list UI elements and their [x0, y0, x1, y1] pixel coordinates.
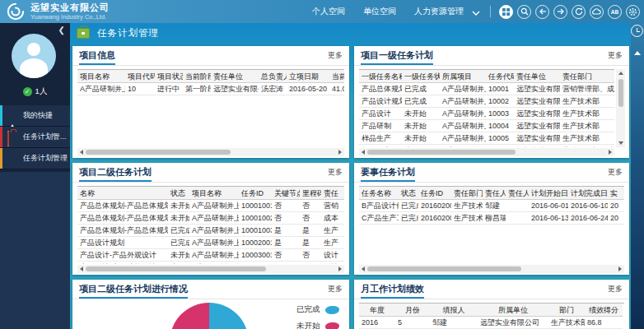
sidebar-item-my-shortcuts[interactable]: 我的快捷 [0, 105, 70, 127]
table-row[interactable]: 样品生产未开始A产品研制并上市10005远望实业有限公司生产技术部 [359, 132, 614, 145]
table-row[interactable]: 产品设计-产品功能设计未开始A产品研制并上市10003002是是设计 [77, 262, 344, 265]
pie-chart[interactable] [170, 303, 249, 329]
table-row[interactable]: 产品设计未开始A产品研制并上市10003远望实业有限公司生产技术部 [359, 108, 614, 120]
table-cell: 远望实业有限公司 [514, 108, 560, 120]
table-cell: 否 [272, 200, 300, 212]
column-header[interactable]: 状态 [399, 187, 418, 200]
table-cell: 是 [272, 225, 300, 237]
more-link[interactable]: 更多 [328, 167, 343, 182]
arrow-right-icon[interactable] [553, 5, 567, 19]
scroll-up-icon[interactable] [634, 51, 641, 55]
table-cell: 20 [608, 212, 624, 225]
horizontal-scrollbar[interactable] [359, 148, 614, 156]
nav-personal-space[interactable]: 个人空间 [312, 6, 345, 17]
search-icon[interactable] [517, 5, 531, 19]
table-cell: 产品设计规划 [359, 95, 402, 108]
page-scroll-strip[interactable] [631, 23, 644, 329]
more-link[interactable]: 更多 [328, 50, 343, 65]
column-header[interactable]: 总负责人 [259, 70, 287, 83]
column-header[interactable]: 任务ID [418, 187, 451, 200]
column-header[interactable]: 一级任务状态 [402, 70, 440, 83]
column-header[interactable]: 责任人1 [483, 187, 506, 200]
sidebar-item-task-plan-mgmt-2[interactable]: 任务计划管理 [0, 148, 70, 169]
column-header[interactable]: 所属项目 [440, 70, 486, 83]
sidebar-item-task-plan-mgmt-1[interactable]: 任务计划管... [0, 127, 70, 148]
column-header[interactable]: 项目状态 [155, 70, 183, 83]
vertical-scrollbar[interactable] [616, 69, 625, 147]
column-header[interactable]: 所属单位 [478, 304, 548, 317]
cloud-icon[interactable] [590, 5, 604, 19]
column-header[interactable]: 立项日期 [287, 70, 329, 83]
column-header[interactable]: 任务ID [239, 187, 272, 200]
sidebar-collapse-icon[interactable]: ❮ [58, 26, 65, 35]
column-header[interactable]: 项目名称 [77, 70, 125, 83]
more-link[interactable]: 更多 [328, 284, 343, 299]
column-header[interactable]: 责任部门 [451, 187, 483, 200]
table-row[interactable]: 产品设计规划已完成A产品研制并上市10002001是是生产 [77, 237, 344, 249]
table-row[interactable]: 产品研制未开始A产品研制并上市10004远望实业有限公司生产技术部 [359, 120, 614, 132]
column-header[interactable]: 项目名称 [189, 187, 239, 200]
column-header[interactable]: 年度 [359, 304, 395, 317]
refresh-icon[interactable] [572, 5, 586, 19]
table-row[interactable]: A产品研制并上市10进行中第一阶段远望实业有限公司汤宏涛2016-05-2041… [77, 83, 344, 95]
column-header[interactable]: 项目代码 [125, 70, 155, 83]
column-header[interactable]: 责任人2 [506, 187, 529, 200]
horizontal-scrollbar[interactable] [77, 148, 344, 156]
legend-item-completed[interactable]: 已完成 [296, 304, 339, 315]
column-header[interactable]: 计划完成日期 [568, 187, 608, 200]
table-row[interactable]: 产品总体规划-产品总体规划技术部分及汇总已完成A产品研制并上市10001003是… [77, 225, 344, 237]
column-header[interactable]: 任务名称 [359, 187, 399, 200]
column-header[interactable]: 计划开始日期 [529, 187, 568, 200]
column-header[interactable]: 名称 [77, 187, 168, 200]
panel-title: 项目一级任务计划 [361, 50, 433, 65]
column-header[interactable]: 关键节点 [272, 187, 300, 200]
table-row[interactable]: 产品总体规划已完成A产品研制并上市10001远望实业有限公司营销管理部、成本管 [359, 83, 614, 95]
horizontal-scrollbar[interactable] [77, 265, 344, 273]
column-header[interactable]: 一级任务名称 [359, 70, 402, 83]
column-header[interactable]: 责任单位 [514, 70, 560, 83]
column-header[interactable]: 部门 [548, 304, 585, 317]
apps-grid-icon[interactable] [499, 5, 513, 19]
table-row[interactable]: 产品设计-产品外观设计未开始A产品研制并上市10003001否否设计 [77, 249, 344, 262]
table-row[interactable]: 20165邹建远望实业有限公司生产技术部86.8 [359, 317, 623, 329]
column-header[interactable]: 当前进度 [329, 70, 344, 83]
column-header[interactable]: 责任部门 [560, 70, 614, 83]
column-header[interactable]: 责任 [321, 187, 344, 200]
column-header[interactable]: 里程碑 [300, 187, 321, 200]
column-header[interactable]: 任务代码 [486, 70, 514, 83]
table-cell: 未开始 [168, 262, 189, 265]
column-header[interactable]: 月份 [395, 304, 430, 317]
horizontal-scrollbar[interactable] [359, 265, 624, 273]
mountain-icon [7, 110, 18, 121]
ab-badge-icon[interactable]: AB [608, 5, 622, 19]
table-cell: 否 [300, 200, 321, 212]
nav-hr-management[interactable]: 人力资源管理 [414, 6, 464, 17]
column-header[interactable]: 绩效得分 [585, 304, 623, 317]
chevron-down-icon[interactable] [472, 4, 480, 19]
table-cell: 未开始 [402, 145, 440, 148]
user-avatar[interactable] [12, 34, 56, 78]
column-header[interactable]: 责任单位 [211, 70, 259, 83]
column-header[interactable]: 实 [608, 187, 624, 200]
table-row[interactable]: 产品设计规划已完成A产品研制并上市10002远望实业有限公司生产技术部 [359, 95, 614, 108]
legend-item-not-started[interactable]: 未开始 [296, 321, 339, 329]
table-row[interactable]: 样品评审未开始A产品研制并上市10006远望实业有限公司营销管理部、成本管 [359, 145, 614, 148]
table-cell: 未开始 [402, 132, 440, 145]
table-cell: 邹建 [430, 317, 478, 329]
nav-unit-space[interactable]: 单位空间 [363, 6, 396, 17]
table-row[interactable]: C产品生产工艺优化已完成201602002生产技术部柳昌瑞2016-06-132… [359, 212, 624, 225]
clock-icon[interactable] [631, 25, 643, 37]
more-link[interactable]: 更多 [608, 50, 623, 65]
table-row[interactable]: B产品设计修改已完成201602001生产技术部邹建2016-06-012016… [359, 200, 624, 212]
arrow-left-icon[interactable] [535, 5, 549, 19]
column-header[interactable]: 状态 [168, 187, 189, 200]
more-link[interactable]: 更多 [608, 167, 623, 182]
table-cell: 样品评审 [359, 145, 402, 148]
table-row[interactable]: 产品总体规划-产品总体规划营销部分未开始A产品研制并上市10001001否否营销 [77, 200, 344, 212]
more-link[interactable]: 更多 [608, 284, 623, 299]
table-row[interactable]: 产品总体规划-产品总体规划成本部分未开始A产品研制并上市10001002否否成本 [77, 212, 344, 225]
column-header[interactable]: 填报人 [430, 304, 478, 317]
table-cell: 生产技术部 [451, 212, 483, 225]
gear-icon[interactable] [626, 5, 640, 19]
column-header[interactable]: 当前阶段 [183, 70, 211, 83]
